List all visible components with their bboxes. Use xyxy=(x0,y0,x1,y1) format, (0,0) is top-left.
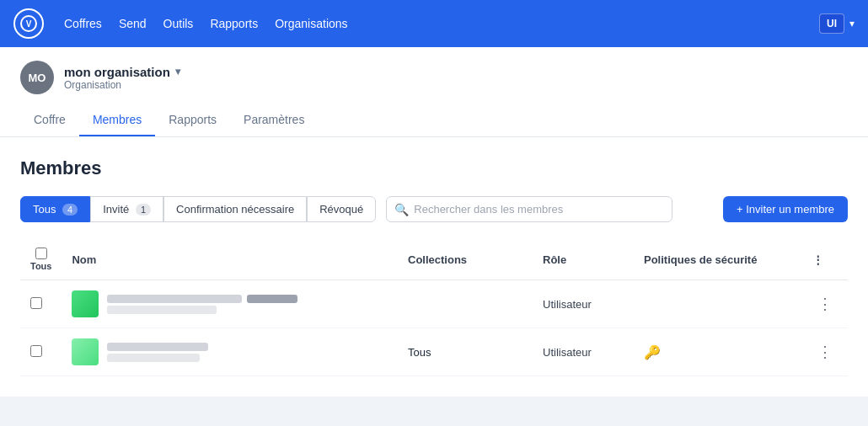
th-name: Nom xyxy=(62,239,398,280)
user-badge[interactable]: UI xyxy=(819,13,844,34)
table-row: Tous Utilisateur 🔑 ⋮ xyxy=(20,328,848,376)
row1-avatar xyxy=(72,290,99,317)
th-collections: Collections xyxy=(398,239,533,280)
filter-confirmation[interactable]: Confirmation nécessaire xyxy=(163,196,307,222)
tab-rapports[interactable]: Rapports xyxy=(155,104,230,136)
row1-check xyxy=(20,280,62,328)
filter-revoque[interactable]: Révoqué xyxy=(307,196,376,222)
filter-tous-badge: 4 xyxy=(62,204,78,216)
row1-actions-button[interactable]: ⋮ xyxy=(812,293,838,315)
tabs: Coffre Membres Rapports Paramètres xyxy=(20,104,848,136)
row2-sub-blur xyxy=(107,354,200,362)
tab-parametres[interactable]: Paramètres xyxy=(230,104,318,136)
select-all-checkbox[interactable] xyxy=(35,248,47,259)
top-nav: V Coffres Send Outils Rapports Organisat… xyxy=(0,0,868,47)
org-type: Organisation xyxy=(64,79,180,91)
row2-check xyxy=(20,328,62,376)
app-logo[interactable]: V xyxy=(13,8,44,39)
search-area: 🔍 xyxy=(386,196,672,222)
invite-member-button[interactable]: + Inviter un membre xyxy=(723,196,848,222)
search-icon: 🔍 xyxy=(394,203,409,216)
nav-coffres[interactable]: Coffres xyxy=(64,13,102,34)
row2-name-blur xyxy=(107,343,208,351)
row1-member-info xyxy=(107,295,297,314)
org-name[interactable]: mon organisation ▾ xyxy=(64,65,180,79)
main-content: Membres Tous 4 Invité 1 Confirmation néc… xyxy=(0,137,868,397)
th-policy: Politiques de sécurité xyxy=(634,239,802,280)
org-chevron-icon[interactable]: ▾ xyxy=(175,66,180,77)
row1-actions: ⋮ xyxy=(802,280,848,328)
tab-membres[interactable]: Membres xyxy=(79,104,155,136)
nav-send[interactable]: Send xyxy=(119,13,147,34)
nav-rapports[interactable]: Rapports xyxy=(210,13,258,34)
key-icon: 🔑 xyxy=(644,345,661,359)
table-row: Utilisateur ⋮ xyxy=(20,280,848,328)
row1-collections xyxy=(398,280,533,328)
table-header-row: Tous Nom Collections Rôle Politiques de … xyxy=(20,239,848,280)
row1-name-blur xyxy=(107,295,242,303)
filter-invite[interactable]: Invité 1 xyxy=(90,196,163,222)
nav-links: Coffres Send Outils Rapports Organisatio… xyxy=(64,13,799,34)
row2-avatar xyxy=(72,338,99,365)
row2-actions: ⋮ xyxy=(802,328,848,376)
row2-role: Utilisateur xyxy=(533,328,634,376)
search-input[interactable] xyxy=(386,196,672,222)
th-actions: ⋮ xyxy=(802,239,848,280)
row1-policy xyxy=(634,280,802,328)
tab-coffre[interactable]: Coffre xyxy=(20,104,79,136)
nav-outils[interactable]: Outils xyxy=(163,13,194,34)
org-info: mon organisation ▾ Organisation xyxy=(64,65,180,91)
row2-checkbox[interactable] xyxy=(30,345,42,357)
row2-actions-button[interactable]: ⋮ xyxy=(812,341,838,363)
filter-invite-badge: 1 xyxy=(136,204,151,216)
members-table: Tous Nom Collections Rôle Politiques de … xyxy=(20,239,848,376)
row1-name xyxy=(62,280,398,328)
row1-role: Utilisateur xyxy=(533,280,634,328)
row1-tag-blur xyxy=(247,295,297,303)
filter-bar: Tous 4 Invité 1 Confirmation nécessaire … xyxy=(20,196,848,222)
filter-tous[interactable]: Tous 4 xyxy=(20,196,90,222)
nav-organisations[interactable]: Organisations xyxy=(275,13,347,34)
svg-text:V: V xyxy=(26,19,32,29)
row2-policy: 🔑 xyxy=(634,328,802,376)
row2-member-info xyxy=(107,343,208,362)
org-header: MO mon organisation ▾ Organisation Coffr… xyxy=(0,47,868,137)
row2-name xyxy=(62,328,398,376)
row1-sub-blur xyxy=(107,306,217,314)
th-role: Rôle xyxy=(533,239,634,280)
org-row: MO mon organisation ▾ Organisation xyxy=(20,61,848,104)
user-area: UI ▾ xyxy=(819,13,855,34)
th-select-all: Tous xyxy=(20,239,62,280)
row1-checkbox[interactable] xyxy=(30,297,42,309)
page-title: Membres xyxy=(20,157,848,179)
row2-collections: Tous xyxy=(398,328,533,376)
org-avatar: MO xyxy=(20,61,54,94)
chevron-down-icon[interactable]: ▾ xyxy=(849,18,855,29)
